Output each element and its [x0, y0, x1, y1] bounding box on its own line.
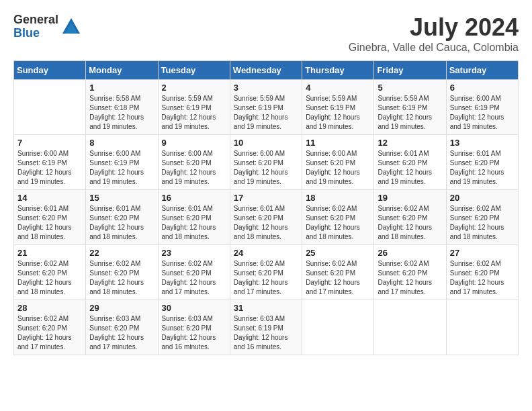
- day-number: 27: [450, 248, 515, 258]
- logo: General Blue: [13, 13, 81, 40]
- calendar-cell: 15Sunrise: 6:01 AMSunset: 6:20 PMDayligh…: [86, 190, 158, 245]
- day-info: Sunrise: 6:02 AMSunset: 6:20 PMDaylight:…: [450, 204, 515, 242]
- day-info: Sunrise: 6:03 AMSunset: 6:20 PMDaylight:…: [89, 314, 154, 352]
- day-info: Sunrise: 6:03 AMSunset: 6:20 PMDaylight:…: [162, 314, 226, 352]
- day-number: 21: [17, 248, 82, 258]
- calendar-cell: [302, 300, 374, 355]
- calendar-cell: 3Sunrise: 5:59 AMSunset: 6:19 PMDaylight…: [230, 80, 302, 135]
- day-info: Sunrise: 5:58 AMSunset: 6:18 PMDaylight:…: [89, 94, 154, 132]
- day-number: 29: [89, 303, 154, 313]
- calendar-cell: 17Sunrise: 6:01 AMSunset: 6:20 PMDayligh…: [230, 190, 302, 245]
- day-number: 12: [378, 138, 442, 148]
- calendar-cell: 16Sunrise: 6:01 AMSunset: 6:20 PMDayligh…: [158, 190, 230, 245]
- day-info: Sunrise: 6:00 AMSunset: 6:19 PMDaylight:…: [450, 94, 515, 132]
- calendar-week-5: 28Sunrise: 6:02 AMSunset: 6:20 PMDayligh…: [14, 300, 519, 355]
- header: General Blue July 2024 Ginebra, Valle de…: [13, 13, 519, 54]
- day-info: Sunrise: 6:00 AMSunset: 6:20 PMDaylight:…: [234, 149, 298, 187]
- day-info: Sunrise: 5:59 AMSunset: 6:19 PMDaylight:…: [162, 94, 226, 132]
- day-info: Sunrise: 6:00 AMSunset: 6:20 PMDaylight:…: [162, 149, 226, 187]
- day-info: Sunrise: 6:01 AMSunset: 6:20 PMDaylight:…: [89, 204, 154, 242]
- calendar-cell: 25Sunrise: 6:02 AMSunset: 6:20 PMDayligh…: [302, 245, 374, 300]
- calendar-cell: 30Sunrise: 6:03 AMSunset: 6:20 PMDayligh…: [158, 300, 230, 355]
- day-number: 24: [234, 248, 298, 258]
- day-number: 15: [89, 193, 154, 203]
- logo-general: General: [13, 13, 58, 27]
- calendar-cell: 31Sunrise: 6:03 AMSunset: 6:19 PMDayligh…: [230, 300, 302, 355]
- day-number: 17: [234, 193, 298, 203]
- day-info: Sunrise: 6:01 AMSunset: 6:20 PMDaylight:…: [378, 149, 442, 187]
- day-info: Sunrise: 6:02 AMSunset: 6:20 PMDaylight:…: [306, 259, 370, 297]
- calendar-cell: 11Sunrise: 6:00 AMSunset: 6:20 PMDayligh…: [302, 135, 374, 190]
- header-tuesday: Tuesday: [158, 61, 230, 80]
- day-number: 1: [89, 83, 154, 93]
- day-number: 11: [306, 138, 370, 148]
- calendar-cell: 8Sunrise: 6:00 AMSunset: 6:19 PMDaylight…: [86, 135, 158, 190]
- calendar-cell: 10Sunrise: 6:00 AMSunset: 6:20 PMDayligh…: [230, 135, 302, 190]
- calendar-cell: 19Sunrise: 6:02 AMSunset: 6:20 PMDayligh…: [374, 190, 446, 245]
- day-number: 26: [378, 248, 442, 258]
- day-info: Sunrise: 6:02 AMSunset: 6:20 PMDaylight:…: [162, 259, 226, 297]
- header-sunday: Sunday: [14, 61, 86, 80]
- day-info: Sunrise: 6:01 AMSunset: 6:20 PMDaylight:…: [450, 149, 515, 187]
- day-info: Sunrise: 6:02 AMSunset: 6:20 PMDaylight:…: [234, 259, 298, 297]
- calendar-week-4: 21Sunrise: 6:02 AMSunset: 6:20 PMDayligh…: [14, 245, 519, 300]
- calendar-cell: [14, 80, 86, 135]
- logo-blue: Blue: [13, 27, 58, 40]
- day-info: Sunrise: 6:01 AMSunset: 6:20 PMDaylight:…: [234, 204, 298, 242]
- day-info: Sunrise: 6:00 AMSunset: 6:19 PMDaylight:…: [89, 149, 154, 187]
- calendar: SundayMondayTuesdayWednesdayThursdayFrid…: [13, 60, 519, 355]
- day-number: 13: [450, 138, 515, 148]
- day-number: 6: [450, 83, 515, 93]
- calendar-cell: 9Sunrise: 6:00 AMSunset: 6:20 PMDaylight…: [158, 135, 230, 190]
- day-number: 19: [378, 193, 442, 203]
- calendar-cell: 5Sunrise: 5:59 AMSunset: 6:19 PMDaylight…: [374, 80, 446, 135]
- calendar-cell: 14Sunrise: 6:01 AMSunset: 6:20 PMDayligh…: [14, 190, 86, 245]
- day-number: 3: [234, 83, 298, 93]
- day-info: Sunrise: 6:01 AMSunset: 6:20 PMDaylight:…: [162, 204, 226, 242]
- day-info: Sunrise: 6:01 AMSunset: 6:20 PMDaylight:…: [17, 204, 82, 242]
- day-info: Sunrise: 6:02 AMSunset: 6:20 PMDaylight:…: [17, 259, 82, 297]
- calendar-week-1: 1Sunrise: 5:58 AMSunset: 6:18 PMDaylight…: [14, 80, 519, 135]
- calendar-cell: 12Sunrise: 6:01 AMSunset: 6:20 PMDayligh…: [374, 135, 446, 190]
- calendar-cell: 7Sunrise: 6:00 AMSunset: 6:19 PMDaylight…: [14, 135, 86, 190]
- day-info: Sunrise: 6:02 AMSunset: 6:20 PMDaylight:…: [378, 259, 442, 297]
- day-number: 9: [162, 138, 226, 148]
- calendar-cell: 24Sunrise: 6:02 AMSunset: 6:20 PMDayligh…: [230, 245, 302, 300]
- day-info: Sunrise: 5:59 AMSunset: 6:19 PMDaylight:…: [378, 94, 442, 132]
- day-number: 31: [234, 303, 298, 313]
- calendar-cell: 13Sunrise: 6:01 AMSunset: 6:20 PMDayligh…: [446, 135, 518, 190]
- day-info: Sunrise: 6:02 AMSunset: 6:20 PMDaylight:…: [89, 259, 154, 297]
- calendar-cell: 20Sunrise: 6:02 AMSunset: 6:20 PMDayligh…: [446, 190, 518, 245]
- day-info: Sunrise: 6:03 AMSunset: 6:19 PMDaylight:…: [234, 314, 298, 352]
- logo-icon: [61, 17, 81, 37]
- calendar-cell: 22Sunrise: 6:02 AMSunset: 6:20 PMDayligh…: [86, 245, 158, 300]
- day-info: Sunrise: 6:02 AMSunset: 6:20 PMDaylight:…: [306, 204, 370, 242]
- day-number: 7: [17, 138, 82, 148]
- day-number: 30: [162, 303, 226, 313]
- day-number: 10: [234, 138, 298, 148]
- day-number: 28: [17, 303, 82, 313]
- day-info: Sunrise: 6:02 AMSunset: 6:20 PMDaylight:…: [378, 204, 442, 242]
- calendar-cell: 21Sunrise: 6:02 AMSunset: 6:20 PMDayligh…: [14, 245, 86, 300]
- calendar-week-2: 7Sunrise: 6:00 AMSunset: 6:19 PMDaylight…: [14, 135, 519, 190]
- day-info: Sunrise: 6:02 AMSunset: 6:20 PMDaylight:…: [17, 314, 82, 352]
- calendar-week-3: 14Sunrise: 6:01 AMSunset: 6:20 PMDayligh…: [14, 190, 519, 245]
- day-number: 22: [89, 248, 154, 258]
- header-wednesday: Wednesday: [230, 61, 302, 80]
- calendar-cell: 27Sunrise: 6:02 AMSunset: 6:20 PMDayligh…: [446, 245, 518, 300]
- header-thursday: Thursday: [302, 61, 374, 80]
- day-number: 16: [162, 193, 226, 203]
- day-number: 23: [162, 248, 226, 258]
- main-title: July 2024: [349, 13, 519, 42]
- day-number: 14: [17, 193, 82, 203]
- day-info: Sunrise: 6:00 AMSunset: 6:20 PMDaylight:…: [306, 149, 370, 187]
- day-info: Sunrise: 5:59 AMSunset: 6:19 PMDaylight:…: [306, 94, 370, 132]
- day-number: 20: [450, 193, 515, 203]
- calendar-cell: 6Sunrise: 6:00 AMSunset: 6:19 PMDaylight…: [446, 80, 518, 135]
- calendar-cell: 18Sunrise: 6:02 AMSunset: 6:20 PMDayligh…: [302, 190, 374, 245]
- header-monday: Monday: [86, 61, 158, 80]
- subtitle: Ginebra, Valle del Cauca, Colombia: [349, 42, 519, 54]
- header-friday: Friday: [374, 61, 446, 80]
- day-info: Sunrise: 6:02 AMSunset: 6:20 PMDaylight:…: [450, 259, 515, 297]
- day-number: 25: [306, 248, 370, 258]
